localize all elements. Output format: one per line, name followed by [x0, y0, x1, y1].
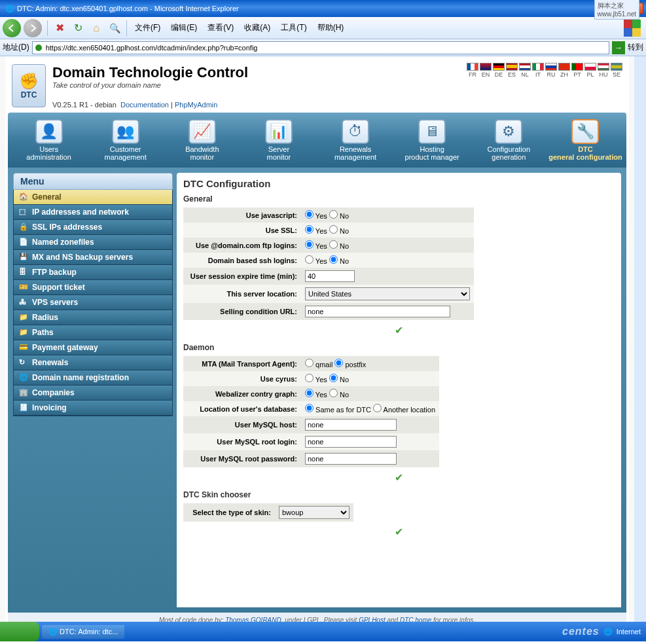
label-selling-url: Selling condition URL:: [183, 303, 301, 320]
dtchome-link[interactable]: DTC home: [400, 617, 431, 622]
submit-daemon-icon[interactable]: ✔: [183, 471, 615, 484]
stop-button[interactable]: ✖: [52, 21, 67, 35]
submit-general-icon[interactable]: ✔: [183, 324, 615, 336]
nav-label-6: Configurationgeneration: [472, 145, 546, 161]
radio-ssh-yes[interactable]: [305, 255, 314, 264]
label-db-loc: Location of user's database:: [183, 401, 301, 416]
section-daemon-heading: Daemon: [183, 343, 615, 352]
radio-web-no[interactable]: [329, 389, 338, 397]
nav-item-5[interactable]: 🖥Hostingproduct manager: [394, 116, 471, 164]
flag-se[interactable]: [611, 63, 622, 71]
home-button[interactable]: ⌂: [89, 21, 103, 35]
radio-js-no[interactable]: [329, 210, 338, 219]
flag-ru[interactable]: [545, 63, 557, 71]
sidebar-item-5[interactable]: 🗄FTP backup: [14, 265, 172, 280]
sidebar-item-3[interactable]: 📄Named zonefiles: [14, 235, 172, 250]
sidebar-item-7[interactable]: 🖧VPS servers: [14, 295, 172, 310]
menu-tools[interactable]: 工具(T): [276, 20, 312, 36]
nav-item-7[interactable]: 🔧DTCgeneral configuration: [547, 116, 624, 164]
flag-zh[interactable]: [558, 63, 570, 71]
input-mysql-login[interactable]: [305, 436, 397, 448]
flag-label-de: DE: [493, 71, 505, 78]
sidebar-item-0[interactable]: 🏠General: [14, 190, 172, 205]
flag-nl[interactable]: [519, 63, 531, 71]
sidebar-label-11: Renewals: [32, 358, 68, 367]
svg-rect-2: [624, 28, 632, 37]
menu-file[interactable]: 文件(F): [130, 20, 166, 36]
select-skin[interactable]: bwoup: [279, 506, 350, 519]
menu-edit[interactable]: 编辑(E): [166, 20, 202, 36]
documentation-link[interactable]: Documentation: [120, 101, 169, 109]
nav-item-1[interactable]: 👥Customermanagement: [87, 116, 164, 164]
refresh-button[interactable]: ↻: [71, 21, 85, 35]
menu-help[interactable]: 帮助(H): [312, 20, 350, 36]
sidebar-icon-9: 📁: [19, 328, 28, 337]
phpmyadmin-link[interactable]: PhpMyAdmin: [175, 101, 217, 109]
radio-ssl-yes[interactable]: [305, 225, 314, 234]
sidebar-label-12: Domain name registration: [32, 373, 129, 382]
dtc-header: ✊ DTC Domain Technologie Control Take co…: [5, 56, 629, 113]
sidebar-icon-4: 💾: [19, 253, 28, 262]
sidebar-item-2[interactable]: 🔒SSL IPs addresses: [14, 220, 172, 235]
select-server-location[interactable]: United States: [305, 287, 470, 300]
sidebar-item-12[interactable]: 🌐Domain name registration: [14, 370, 172, 385]
radio-db-same[interactable]: [305, 404, 314, 412]
nav-item-4[interactable]: ⏱Renewalsmanagement: [317, 116, 394, 164]
nav-item-6[interactable]: ⚙Configurationgeneration: [471, 116, 547, 164]
radio-mta-postfix[interactable]: [334, 359, 343, 367]
radio-db-another[interactable]: [373, 404, 382, 412]
menu-view[interactable]: 查看(V): [202, 20, 239, 36]
menu-favorites[interactable]: 收藏(A): [239, 20, 276, 36]
radio-ftp-no[interactable]: [329, 240, 338, 249]
input-session-expire[interactable]: [305, 270, 355, 282]
radio-js-yes[interactable]: [305, 210, 314, 219]
gplhost-link[interactable]: GPLHost: [359, 617, 386, 622]
sidebar-icon-2: 🔒: [19, 223, 28, 232]
submit-skin-icon[interactable]: ✔: [183, 526, 615, 538]
sidebar-item-1[interactable]: ⬚IP addresses and network: [14, 205, 172, 220]
author-link[interactable]: Thomas GOIRAND: [225, 617, 281, 622]
sidebar-item-13[interactable]: 🏢Companies: [14, 385, 172, 401]
radio-cyrus-yes[interactable]: [305, 374, 314, 382]
radio-mta-qmail[interactable]: [305, 359, 314, 367]
radio-ssh-no[interactable]: [329, 255, 338, 264]
flag-es[interactable]: [506, 63, 518, 71]
radio-web-yes[interactable]: [305, 389, 314, 397]
search-button[interactable]: 🔍: [107, 21, 122, 35]
nav-item-0[interactable]: 👤Usersadministration: [10, 116, 87, 164]
sidebar-label-3: Named zonefiles: [32, 238, 94, 247]
flag-fr[interactable]: [467, 63, 478, 71]
flag-en[interactable]: [480, 63, 492, 71]
section-skin-heading: DTC Skin chooser: [183, 490, 615, 499]
radio-ftp-yes[interactable]: [305, 240, 314, 249]
flag-it[interactable]: [532, 63, 544, 71]
nav-label-0: Usersadministration: [12, 145, 86, 161]
input-mysql-pass[interactable]: [305, 453, 397, 465]
back-button[interactable]: [3, 19, 21, 37]
sidebar-label-1: IP addresses and network: [32, 207, 129, 217]
sidebar-item-4[interactable]: 💾MX and NS backup servers: [14, 250, 172, 265]
flag-pl[interactable]: [584, 63, 596, 71]
sidebar-item-14[interactable]: 🧾Invoicing: [14, 401, 172, 416]
vertical-scrollbar[interactable]: [634, 56, 646, 622]
sidebar-item-10[interactable]: 💳Payment gateway: [14, 340, 172, 355]
forward-button[interactable]: [24, 19, 42, 37]
radio-ssl-no[interactable]: [329, 225, 338, 234]
start-button[interactable]: [0, 622, 39, 641]
sidebar-item-11[interactable]: ↻Renewals: [14, 355, 172, 370]
radio-cyrus-no[interactable]: [329, 374, 338, 382]
flag-pt[interactable]: [571, 63, 583, 71]
sidebar-item-9[interactable]: 📁Paths: [14, 325, 172, 340]
sidebar-item-8[interactable]: 📁Radius: [14, 310, 172, 325]
nav-item-2[interactable]: 📈Bandwidthmonitor: [164, 116, 240, 164]
taskbar-task[interactable]: 🌐 DTC: Admin: dtc...: [42, 625, 124, 639]
go-button[interactable]: →: [612, 41, 625, 54]
flag-de[interactable]: [493, 63, 505, 71]
sidebar-item-6[interactable]: 🎫Support ticket: [14, 280, 172, 295]
skin-form-table: Select the type of skin:bwoup: [183, 503, 353, 522]
address-input[interactable]: [32, 41, 609, 54]
input-mysql-host[interactable]: [305, 419, 397, 431]
nav-item-3[interactable]: 📊Servermonitor: [240, 116, 317, 164]
input-selling-url[interactable]: [305, 306, 450, 317]
flag-hu[interactable]: [598, 63, 609, 71]
